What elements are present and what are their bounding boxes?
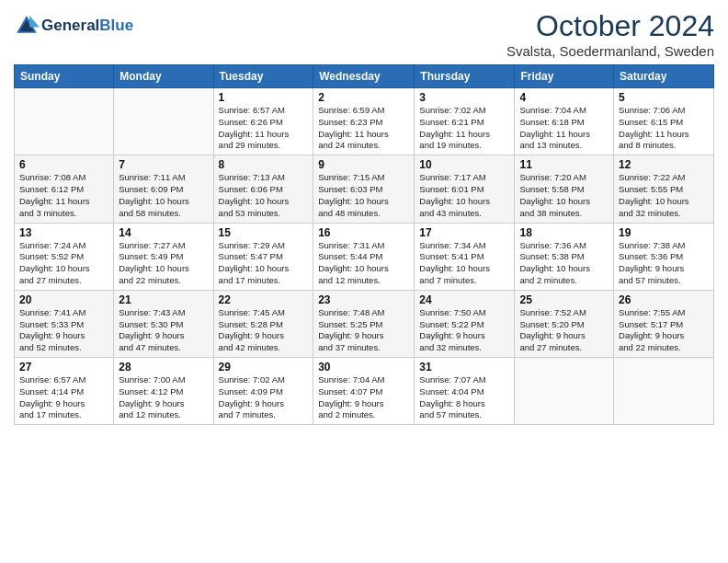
- calendar-cell: 9Sunrise: 7:15 AM Sunset: 6:03 PM Daylig…: [313, 155, 415, 223]
- day-number: 17: [419, 226, 509, 239]
- day-number: 8: [219, 158, 309, 171]
- day-number: 20: [19, 293, 108, 306]
- day-number: 25: [519, 293, 609, 306]
- calendar-cell: 23Sunrise: 7:48 AM Sunset: 5:25 PM Dayli…: [313, 290, 415, 357]
- calendar-cell: 12Sunrise: 7:22 AM Sunset: 5:55 PM Dayli…: [614, 155, 714, 223]
- calendar-cell: 31Sunrise: 7:07 AM Sunset: 4:04 PM Dayli…: [415, 358, 515, 425]
- day-number: 11: [519, 158, 609, 171]
- calendar-cell: 16Sunrise: 7:31 AM Sunset: 5:44 PM Dayli…: [313, 223, 415, 290]
- day-number: 19: [619, 226, 709, 239]
- calendar-cell: 17Sunrise: 7:34 AM Sunset: 5:41 PM Dayli…: [415, 223, 515, 290]
- day-info: Sunrise: 7:34 AM Sunset: 5:41 PM Dayligh…: [419, 240, 509, 287]
- calendar-cell: 10Sunrise: 7:17 AM Sunset: 6:01 PM Dayli…: [415, 155, 515, 223]
- logo-icon: [14, 13, 40, 39]
- day-number: 13: [19, 226, 108, 239]
- day-number: 28: [119, 361, 208, 373]
- calendar-cell: 18Sunrise: 7:36 AM Sunset: 5:38 PM Dayli…: [515, 223, 614, 290]
- day-number: 10: [419, 158, 509, 171]
- day-info: Sunrise: 7:36 AM Sunset: 5:38 PM Dayligh…: [519, 240, 609, 287]
- calendar-cell: 7Sunrise: 7:11 AM Sunset: 6:09 PM Daylig…: [114, 155, 213, 223]
- day-info: Sunrise: 7:45 AM Sunset: 5:28 PM Dayligh…: [219, 307, 309, 354]
- header: GeneralBlue October 2024 Svalsta, Soeder…: [14, 9, 714, 59]
- day-number: 14: [119, 226, 208, 239]
- calendar-cell: 20Sunrise: 7:41 AM Sunset: 5:33 PM Dayli…: [15, 290, 114, 357]
- page: GeneralBlue October 2024 Svalsta, Soeder…: [0, 0, 728, 563]
- day-number: 1: [219, 91, 309, 104]
- calendar-cell: [15, 88, 114, 155]
- calendar-cell: 8Sunrise: 7:13 AM Sunset: 6:06 PM Daylig…: [213, 155, 313, 223]
- calendar-cell: 14Sunrise: 7:27 AM Sunset: 5:49 PM Dayli…: [114, 223, 213, 290]
- day-info: Sunrise: 7:31 AM Sunset: 5:44 PM Dayligh…: [318, 240, 409, 287]
- day-number: 12: [619, 158, 709, 171]
- logo-text: GeneralBlue: [41, 17, 133, 35]
- day-number: 23: [318, 293, 409, 306]
- day-info: Sunrise: 7:52 AM Sunset: 5:20 PM Dayligh…: [519, 307, 609, 354]
- calendar-cell: 15Sunrise: 7:29 AM Sunset: 5:47 PM Dayli…: [213, 223, 313, 290]
- calendar-table: SundayMondayTuesdayWednesdayThursdayFrid…: [14, 64, 714, 425]
- calendar-cell: 22Sunrise: 7:45 AM Sunset: 5:28 PM Dayli…: [213, 290, 313, 357]
- calendar-cell: [515, 358, 614, 425]
- day-number: 26: [619, 293, 709, 306]
- day-number: 9: [318, 158, 409, 171]
- day-number: 16: [318, 226, 409, 239]
- weekday-header: Monday: [114, 65, 213, 88]
- calendar-cell: 30Sunrise: 7:04 AM Sunset: 4:07 PM Dayli…: [313, 358, 415, 425]
- day-info: Sunrise: 7:27 AM Sunset: 5:49 PM Dayligh…: [119, 240, 208, 287]
- calendar-week-row: 20Sunrise: 7:41 AM Sunset: 5:33 PM Dayli…: [15, 290, 714, 357]
- day-info: Sunrise: 7:43 AM Sunset: 5:30 PM Dayligh…: [119, 307, 208, 354]
- calendar-cell: 11Sunrise: 7:20 AM Sunset: 5:58 PM Dayli…: [515, 155, 614, 223]
- calendar-cell: 27Sunrise: 6:57 AM Sunset: 4:14 PM Dayli…: [15, 358, 114, 425]
- calendar-cell: 25Sunrise: 7:52 AM Sunset: 5:20 PM Dayli…: [515, 290, 614, 357]
- calendar-cell: 5Sunrise: 7:06 AM Sunset: 6:15 PM Daylig…: [614, 88, 714, 155]
- weekday-header: Friday: [515, 65, 614, 88]
- day-info: Sunrise: 7:38 AM Sunset: 5:36 PM Dayligh…: [619, 240, 709, 287]
- day-info: Sunrise: 7:41 AM Sunset: 5:33 PM Dayligh…: [19, 307, 108, 354]
- calendar-cell: 13Sunrise: 7:24 AM Sunset: 5:52 PM Dayli…: [15, 223, 114, 290]
- day-number: 6: [19, 158, 108, 171]
- day-info: Sunrise: 7:04 AM Sunset: 6:18 PM Dayligh…: [519, 105, 609, 152]
- day-info: Sunrise: 7:20 AM Sunset: 5:58 PM Dayligh…: [519, 172, 609, 219]
- day-info: Sunrise: 7:29 AM Sunset: 5:47 PM Dayligh…: [219, 240, 309, 287]
- day-number: 27: [19, 361, 108, 373]
- calendar-cell: 28Sunrise: 7:00 AM Sunset: 4:12 PM Dayli…: [114, 358, 213, 425]
- calendar-cell: [614, 358, 714, 425]
- day-number: 31: [419, 361, 509, 373]
- calendar-cell: 1Sunrise: 6:57 AM Sunset: 6:26 PM Daylig…: [213, 88, 313, 155]
- logo: GeneralBlue: [14, 13, 133, 39]
- day-number: 22: [219, 293, 309, 306]
- day-number: 30: [318, 361, 409, 373]
- day-info: Sunrise: 7:50 AM Sunset: 5:22 PM Dayligh…: [419, 307, 509, 354]
- day-number: 4: [519, 91, 609, 104]
- calendar-cell: 24Sunrise: 7:50 AM Sunset: 5:22 PM Dayli…: [415, 290, 515, 357]
- day-info: Sunrise: 7:15 AM Sunset: 6:03 PM Dayligh…: [318, 172, 409, 219]
- day-number: 5: [619, 91, 709, 104]
- calendar-cell: 4Sunrise: 7:04 AM Sunset: 6:18 PM Daylig…: [515, 88, 614, 155]
- day-info: Sunrise: 7:22 AM Sunset: 5:55 PM Dayligh…: [619, 172, 709, 219]
- day-info: Sunrise: 7:02 AM Sunset: 4:09 PM Dayligh…: [219, 374, 309, 421]
- day-info: Sunrise: 7:11 AM Sunset: 6:09 PM Dayligh…: [119, 172, 208, 219]
- day-info: Sunrise: 7:07 AM Sunset: 4:04 PM Dayligh…: [419, 374, 509, 421]
- calendar-week-row: 13Sunrise: 7:24 AM Sunset: 5:52 PM Dayli…: [15, 223, 714, 290]
- calendar-week-row: 6Sunrise: 7:08 AM Sunset: 6:12 PM Daylig…: [15, 155, 714, 223]
- calendar-week-row: 27Sunrise: 6:57 AM Sunset: 4:14 PM Dayli…: [15, 358, 714, 425]
- day-number: 3: [419, 91, 509, 104]
- day-number: 7: [119, 158, 208, 171]
- day-info: Sunrise: 7:13 AM Sunset: 6:06 PM Dayligh…: [219, 172, 309, 219]
- day-info: Sunrise: 7:17 AM Sunset: 6:01 PM Dayligh…: [419, 172, 509, 219]
- calendar-cell: 3Sunrise: 7:02 AM Sunset: 6:21 PM Daylig…: [415, 88, 515, 155]
- day-number: 18: [519, 226, 609, 239]
- calendar-cell: 26Sunrise: 7:55 AM Sunset: 5:17 PM Dayli…: [614, 290, 714, 357]
- weekday-header: Saturday: [614, 65, 714, 88]
- svg-marker-2: [29, 16, 40, 27]
- day-info: Sunrise: 7:00 AM Sunset: 4:12 PM Dayligh…: [119, 374, 208, 421]
- calendar-cell: 19Sunrise: 7:38 AM Sunset: 5:36 PM Dayli…: [614, 223, 714, 290]
- calendar-week-row: 1Sunrise: 6:57 AM Sunset: 6:26 PM Daylig…: [15, 88, 714, 155]
- day-info: Sunrise: 7:04 AM Sunset: 4:07 PM Dayligh…: [318, 374, 409, 421]
- day-info: Sunrise: 7:48 AM Sunset: 5:25 PM Dayligh…: [318, 307, 409, 354]
- day-info: Sunrise: 6:59 AM Sunset: 6:23 PM Dayligh…: [318, 105, 409, 152]
- day-info: Sunrise: 7:06 AM Sunset: 6:15 PM Dayligh…: [619, 105, 709, 152]
- day-number: 24: [419, 293, 509, 306]
- day-info: Sunrise: 7:02 AM Sunset: 6:21 PM Dayligh…: [419, 105, 509, 152]
- day-info: Sunrise: 7:55 AM Sunset: 5:17 PM Dayligh…: [619, 307, 709, 354]
- day-number: 21: [119, 293, 208, 306]
